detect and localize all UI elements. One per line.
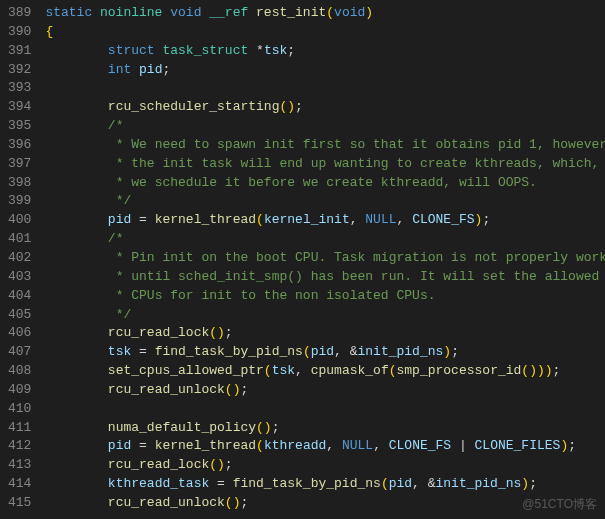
- line-number: 413: [8, 456, 31, 475]
- code-line: * We need to spawn init first so that it…: [45, 136, 605, 155]
- line-number: 410: [8, 400, 31, 419]
- code-line: pid = kernel_thread(kthreadd, NULL, CLON…: [45, 437, 605, 456]
- line-number: 408: [8, 362, 31, 381]
- line-number: 398: [8, 174, 31, 193]
- line-number: 404: [8, 287, 31, 306]
- code-line: rcu_read_lock();: [45, 456, 605, 475]
- line-number: 400: [8, 211, 31, 230]
- code-line: */: [45, 306, 605, 325]
- line-number: 411: [8, 419, 31, 438]
- code-editor: 3893903913923933943953963973983994004014…: [0, 0, 605, 517]
- line-number: 403: [8, 268, 31, 287]
- code-line: [45, 79, 605, 98]
- line-number: 409: [8, 381, 31, 400]
- line-number: 394: [8, 98, 31, 117]
- code-line: pid = kernel_thread(kernel_init, NULL, C…: [45, 211, 605, 230]
- line-number: 407: [8, 343, 31, 362]
- code-line: */: [45, 192, 605, 211]
- line-number: 397: [8, 155, 31, 174]
- code-line: * we schedule it before we create kthrea…: [45, 174, 605, 193]
- watermark: @51CTO博客: [522, 496, 597, 513]
- line-number-gutter: 3893903913923933943953963973983994004014…: [0, 0, 45, 517]
- code-line: static noinline void __ref rest_init(voi…: [45, 4, 605, 23]
- line-number: 392: [8, 61, 31, 80]
- line-number: 396: [8, 136, 31, 155]
- line-number: 412: [8, 437, 31, 456]
- code-line: kthreadd_task = find_task_by_pid_ns(pid,…: [45, 475, 605, 494]
- line-number: 393: [8, 79, 31, 98]
- code-line: rcu_read_lock();: [45, 324, 605, 343]
- code-line: rcu_read_unlock();: [45, 494, 605, 513]
- code-line: * the init task will end up wanting to c…: [45, 155, 605, 174]
- code-line: set_cpus_allowed_ptr(tsk, cpumask_of(smp…: [45, 362, 605, 381]
- line-number: 389: [8, 4, 31, 23]
- code-line: rcu_read_unlock();: [45, 381, 605, 400]
- line-number: 414: [8, 475, 31, 494]
- code-line: int pid;: [45, 61, 605, 80]
- code-line: /*: [45, 230, 605, 249]
- line-number: 391: [8, 42, 31, 61]
- line-number: 402: [8, 249, 31, 268]
- line-number: 415: [8, 494, 31, 513]
- line-number: 390: [8, 23, 31, 42]
- code-line: * until sched_init_smp() has been run. I…: [45, 268, 605, 287]
- line-number: 401: [8, 230, 31, 249]
- code-line: rcu_scheduler_starting();: [45, 98, 605, 117]
- line-number: 395: [8, 117, 31, 136]
- code-line: {: [45, 23, 605, 42]
- code-content[interactable]: static noinline void __ref rest_init(voi…: [45, 0, 605, 517]
- code-line: * Pin init on the boot CPU. Task migrati…: [45, 249, 605, 268]
- code-line: * CPUs for init to the non isolated CPUs…: [45, 287, 605, 306]
- code-line: /*: [45, 117, 605, 136]
- code-line: tsk = find_task_by_pid_ns(pid, &init_pid…: [45, 343, 605, 362]
- code-line: [45, 400, 605, 419]
- code-line: struct task_struct *tsk;: [45, 42, 605, 61]
- line-number: 405: [8, 306, 31, 325]
- code-line: numa_default_policy();: [45, 419, 605, 438]
- line-number: 399: [8, 192, 31, 211]
- line-number: 406: [8, 324, 31, 343]
